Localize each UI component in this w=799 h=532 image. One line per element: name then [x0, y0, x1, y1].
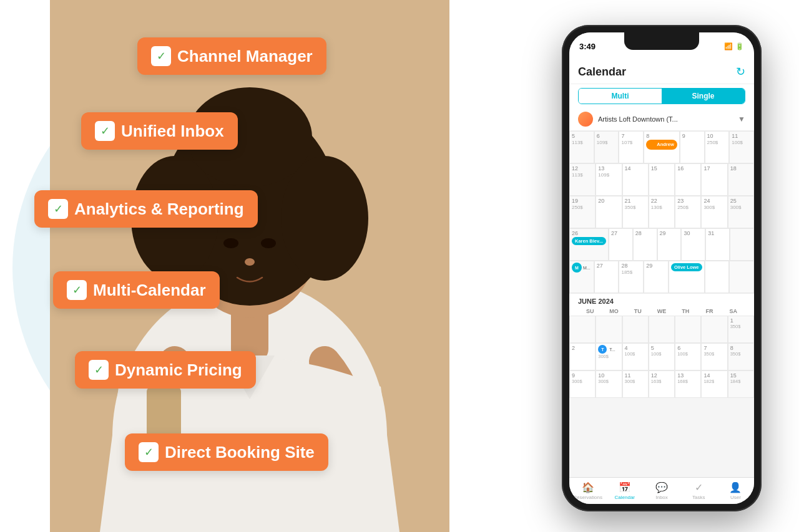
refresh-icon[interactable]: ↻ — [736, 65, 745, 79]
cal-cell: 19250$ — [569, 196, 596, 228]
event-olive: Olive Lowe — [671, 263, 702, 271]
cal-cell: 31 — [705, 228, 730, 261]
cal-cell — [730, 228, 754, 261]
june-cell-13: 13168$ — [675, 370, 701, 398]
june-cell-14: 14182$ — [701, 370, 727, 398]
dow-fr: FR — [697, 307, 721, 316]
cal-cell: 9 — [680, 131, 705, 163]
cal-cell: 28185$ — [619, 261, 644, 293]
badge-direct-booking: ✓ Direct Booking Site — [125, 433, 328, 471]
view-toggle[interactable]: Multi Single — [578, 88, 745, 104]
check-icon-analytics: ✓ — [48, 199, 68, 219]
cal-cell: 15 — [649, 163, 675, 196]
check-icon-booking: ✓ — [139, 442, 159, 462]
june-row-1: 1 350$ — [569, 316, 754, 343]
cal-row-4: 26 Karen Blev... 27 28 29 30 31 — [569, 228, 754, 261]
june-calendar: 1 350$ 2 T T... 300$ — [569, 316, 754, 398]
inbox-icon: 💬 — [655, 481, 668, 493]
svg-point-9 — [261, 238, 276, 248]
cal-cell: Olive Lowe — [669, 261, 705, 293]
check-icon-channel: ✓ — [151, 46, 171, 66]
june-cell-12: 12163$ — [649, 370, 675, 398]
battery-icon: 🔋 — [735, 42, 744, 51]
june-cell-4: 4100$ — [622, 343, 649, 370]
event-dot-t: T — [598, 345, 607, 354]
cal-cell — [729, 261, 754, 293]
june-cell-11: 11300$ — [622, 370, 649, 398]
dow-su: SU — [578, 307, 602, 316]
phone-shell: 3:49 < App Store 📶 🔋 Calendar ↻ Multi — [562, 25, 762, 511]
cal-cell: 13109$ — [596, 163, 622, 196]
cal-cell: 7107$ — [619, 131, 644, 163]
calendar-icon: 📅 — [619, 481, 631, 493]
status-icons: 📶 🔋 — [724, 42, 744, 51]
main-scene: ✓ Channel Manager ✓ Unified Inbox ✓ Anal… — [0, 0, 799, 532]
cal-row-3: 19250$ 20 21350$ 22130$ 23250$ 24300$ 25… — [569, 196, 754, 228]
cal-cell: 18 — [728, 163, 754, 196]
cal-cell: 30 — [681, 228, 705, 261]
june-cell-6: 6100$ — [675, 343, 701, 370]
nav-inbox[interactable]: 💬 Inbox — [643, 481, 680, 500]
badge-channel-manager: ✓ Channel Manager — [137, 37, 326, 75]
days-of-week-header: SU MO TU WE TH FR SA — [569, 307, 754, 316]
june-cell — [675, 316, 701, 343]
cal-cell: 16 — [675, 163, 701, 196]
single-view-toggle[interactable]: Single — [662, 89, 745, 104]
nav-calendar[interactable]: 📅 Calendar — [606, 481, 643, 500]
cal-cell: 12113$ — [569, 163, 596, 196]
june-cell — [701, 316, 727, 343]
badge-multi-calendar: ✓ Multi-Calendar — [53, 271, 220, 309]
june-cell-2: 2 — [569, 343, 596, 370]
svg-point-6 — [281, 156, 368, 281]
dow-tu: TU — [626, 307, 650, 316]
nav-reservations-label: Reservations — [573, 495, 602, 500]
dropdown-chevron: ▼ — [738, 115, 745, 123]
dow-sa: SA — [722, 307, 745, 316]
badge-pricing-label: Dynamic Pricing — [115, 360, 242, 380]
june-cell-10: 10300$ — [596, 370, 622, 398]
cal-cell: 25300$ — [728, 196, 754, 228]
cal-row-5: M M... 27 28185$ 29 Olive Lowe — [569, 261, 754, 293]
cal-cell: 27 — [594, 261, 619, 293]
may-calendar: 5113$ 6109$ 7107$ 8 Andrew 9 10250$ 1110… — [569, 131, 754, 293]
dow-mo: MO — [602, 307, 625, 316]
property-dropdown[interactable]: Artists Loft Downtown (T... ▼ — [569, 108, 754, 131]
event-karen: Karen Blev... — [572, 237, 606, 245]
wifi-icon: 📶 — [724, 42, 733, 51]
nav-tasks-label: Tasks — [692, 495, 705, 500]
app-title: Calendar — [578, 65, 626, 79]
nav-user[interactable]: 👤 User — [717, 481, 754, 500]
cal-cell: 5113$ — [569, 131, 594, 163]
badge-inbox-label: Unified Inbox — [121, 122, 224, 141]
nav-inbox-label: Inbox — [655, 495, 668, 500]
view-toggle-bar: Multi Single — [569, 84, 754, 108]
cal-cell: 8 Andrew — [644, 131, 680, 163]
june-cell — [622, 316, 649, 343]
june-month-label: JUNE 2024 — [569, 293, 754, 307]
june-row-2: 2 T T... 300$ 4100$ 5100$ 6100$ 7350$ — [569, 343, 754, 370]
reservations-icon: 🏠 — [582, 481, 594, 493]
june-cell-3: T T... 300$ — [596, 343, 622, 370]
cal-cell: 14 — [622, 163, 649, 196]
cal-cell: 22130$ — [649, 196, 675, 228]
june-cell — [596, 316, 622, 343]
june-cell-1: 1 350$ — [728, 316, 754, 343]
badge-analytics-reporting: ✓ Analytics & Reporting — [34, 190, 258, 228]
svg-point-10 — [245, 258, 255, 266]
bottom-navigation: 🏠 Reservations 📅 Calendar 💬 Inbox ✓ Task… — [569, 477, 754, 504]
badge-unified-inbox: ✓ Unified Inbox — [81, 112, 238, 150]
cal-cell: 17 — [701, 163, 727, 196]
check-icon-inbox: ✓ — [95, 121, 115, 141]
property-avatar — [578, 112, 593, 127]
cal-cell: 29 — [644, 261, 669, 293]
check-icon-pricing: ✓ — [89, 360, 109, 380]
multi-view-toggle[interactable]: Multi — [579, 89, 662, 104]
cal-cell: 10250$ — [705, 131, 730, 163]
nav-tasks[interactable]: ✓ Tasks — [680, 481, 717, 500]
svg-point-8 — [223, 238, 238, 248]
dow-we: WE — [650, 307, 674, 316]
nav-reservations[interactable]: 🏠 Reservations — [569, 481, 606, 500]
nav-user-label: User — [730, 495, 741, 500]
cal-cell: 27 — [609, 228, 633, 261]
june-cell-15: 15184$ — [728, 370, 754, 398]
